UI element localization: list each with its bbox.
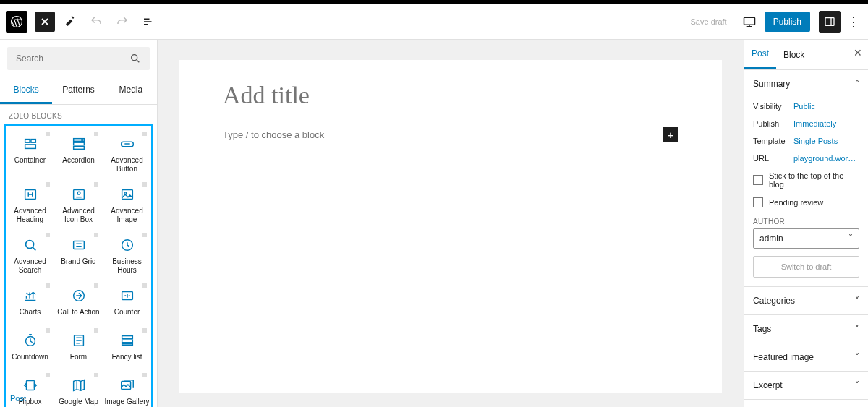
block-category-label: ZOLO BLOCKS bbox=[0, 105, 157, 124]
document-overview-button[interactable] bbox=[137, 11, 159, 33]
save-draft-button[interactable]: Save draft bbox=[691, 17, 727, 26]
edit-icon[interactable] bbox=[59, 11, 81, 33]
switch-to-draft-button[interactable]: Switch to draft bbox=[753, 256, 859, 278]
panel-discussion-toggle[interactable]: Discussion˅ bbox=[744, 400, 868, 407]
sticky-checkbox[interactable]: Stick to the top of the blog bbox=[753, 167, 859, 193]
chevron-up-icon: ˄ bbox=[855, 79, 859, 89]
settings-toggle-button[interactable] bbox=[819, 11, 841, 33]
chevron-down-icon: ˅ bbox=[855, 352, 859, 362]
svg-rect-25 bbox=[122, 340, 132, 343]
author-select[interactable]: admin˅ bbox=[753, 228, 859, 249]
undo-button[interactable] bbox=[85, 11, 107, 33]
sidebar-tab-post[interactable]: Post bbox=[744, 40, 776, 69]
post-title-input[interactable] bbox=[223, 82, 678, 109]
svg-rect-18 bbox=[73, 241, 84, 249]
block-search bbox=[7, 47, 150, 70]
close-inserter-button[interactable] bbox=[35, 12, 55, 32]
add-block-button[interactable]: + bbox=[663, 127, 678, 142]
redo-button[interactable] bbox=[111, 11, 133, 33]
zolo-blocks-grid: Container Accordion Advanced Button Adva… bbox=[4, 124, 153, 407]
icon-box-icon bbox=[71, 187, 87, 202]
svg-rect-24 bbox=[122, 336, 132, 339]
sidebar-tab-block[interactable]: Block bbox=[776, 41, 812, 69]
template-value[interactable]: Single Posts bbox=[793, 137, 859, 145]
svg-point-17 bbox=[25, 241, 33, 249]
block-inserter-panel: Blocks Patterns Media ZOLO BLOCKS Contai… bbox=[0, 40, 158, 407]
counter-icon bbox=[119, 288, 135, 304]
chevron-down-icon: ˅ bbox=[855, 380, 859, 390]
publish-button[interactable]: Publish bbox=[765, 12, 810, 32]
svg-rect-27 bbox=[26, 381, 34, 390]
panel-summary-toggle[interactable]: Summary ˄ bbox=[744, 70, 868, 98]
block-countdown[interactable]: Countdown bbox=[6, 325, 54, 370]
block-form[interactable]: Form bbox=[54, 325, 103, 370]
preview-button[interactable] bbox=[739, 11, 760, 33]
gallery-icon bbox=[119, 377, 135, 393]
svg-point-14 bbox=[77, 192, 80, 194]
block-prompt-text[interactable]: Type / to choose a block bbox=[223, 129, 324, 140]
block-advanced-image[interactable]: Advanced Image bbox=[103, 179, 151, 230]
close-sidebar-button[interactable]: ✕ bbox=[854, 47, 862, 59]
pending-checkbox[interactable]: Pending review bbox=[753, 193, 859, 212]
block-counter[interactable]: Counter bbox=[103, 280, 151, 325]
brand-grid-icon bbox=[71, 237, 87, 253]
search-input[interactable] bbox=[16, 53, 129, 64]
editor-toolbar: Save draft Publish ⋮ bbox=[0, 4, 868, 40]
svg-rect-15 bbox=[122, 190, 132, 200]
more-options-button[interactable]: ⋮ bbox=[845, 11, 862, 33]
flipbox-icon bbox=[22, 377, 38, 393]
block-charts[interactable]: Charts bbox=[6, 280, 54, 325]
svg-rect-8 bbox=[73, 142, 84, 145]
heading-icon bbox=[22, 187, 38, 202]
svg-rect-4 bbox=[25, 140, 29, 143]
url-value[interactable]: playground.wordpress... bbox=[793, 154, 859, 163]
block-advanced-heading[interactable]: Advanced Heading bbox=[6, 179, 54, 230]
block-brand-grid[interactable]: Brand Grid bbox=[54, 230, 103, 280]
visibility-value[interactable]: Public bbox=[793, 102, 859, 111]
svg-rect-6 bbox=[25, 145, 35, 149]
block-accordion[interactable]: Accordion bbox=[54, 129, 103, 179]
list-icon bbox=[119, 333, 135, 348]
svg-rect-9 bbox=[73, 147, 84, 150]
svg-point-3 bbox=[132, 55, 137, 61]
breadcrumb[interactable]: Post bbox=[10, 394, 26, 403]
container-icon bbox=[22, 136, 38, 152]
tab-blocks[interactable]: Blocks bbox=[0, 77, 52, 104]
settings-sidebar: Post Block ✕ Summary ˄ VisibilityPublic … bbox=[744, 40, 868, 407]
tab-media[interactable]: Media bbox=[105, 77, 157, 104]
accordion-icon bbox=[71, 136, 87, 152]
panel-categories-toggle[interactable]: Categories˅ bbox=[744, 287, 868, 314]
block-appender: Type / to choose a block + bbox=[223, 127, 678, 142]
search-block-icon bbox=[22, 237, 38, 253]
publish-value[interactable]: Immediately bbox=[793, 119, 859, 128]
button-icon bbox=[119, 136, 135, 152]
clock-icon bbox=[119, 237, 135, 253]
block-advanced-icon-box[interactable]: Advanced Icon Box bbox=[54, 179, 103, 230]
block-call-to-action[interactable]: Call to Action bbox=[54, 280, 103, 325]
editor-canvas: Type / to choose a block + bbox=[158, 40, 744, 407]
chevron-down-icon: ˅ bbox=[855, 296, 859, 306]
block-container[interactable]: Container bbox=[6, 129, 54, 179]
block-fancy-list[interactable]: Fancy list bbox=[103, 325, 151, 370]
block-google-map[interactable]: Google Map bbox=[54, 370, 103, 407]
panel-featured-image-toggle[interactable]: Featured image˅ bbox=[744, 343, 868, 371]
block-business-hours[interactable]: Business Hours bbox=[103, 230, 151, 280]
svg-rect-5 bbox=[30, 140, 35, 143]
form-icon bbox=[71, 333, 87, 348]
inserter-tabs: Blocks Patterns Media bbox=[0, 77, 157, 105]
svg-rect-1 bbox=[744, 17, 754, 25]
block-advanced-search[interactable]: Advanced Search bbox=[6, 230, 54, 280]
cta-icon bbox=[71, 288, 87, 304]
tab-patterns[interactable]: Patterns bbox=[52, 77, 104, 104]
wordpress-logo[interactable] bbox=[6, 11, 27, 33]
search-icon bbox=[129, 53, 141, 64]
chevron-down-icon: ˅ bbox=[848, 234, 853, 244]
block-image-gallery[interactable]: Image Gallery bbox=[103, 370, 151, 407]
panel-excerpt-toggle[interactable]: Excerpt˅ bbox=[744, 372, 868, 399]
block-advanced-button[interactable]: Advanced Button bbox=[103, 129, 151, 179]
svg-rect-26 bbox=[122, 344, 132, 346]
svg-rect-2 bbox=[825, 17, 834, 25]
countdown-icon bbox=[22, 333, 38, 348]
panel-tags-toggle[interactable]: Tags˅ bbox=[744, 315, 868, 343]
chevron-down-icon: ˅ bbox=[855, 324, 859, 334]
